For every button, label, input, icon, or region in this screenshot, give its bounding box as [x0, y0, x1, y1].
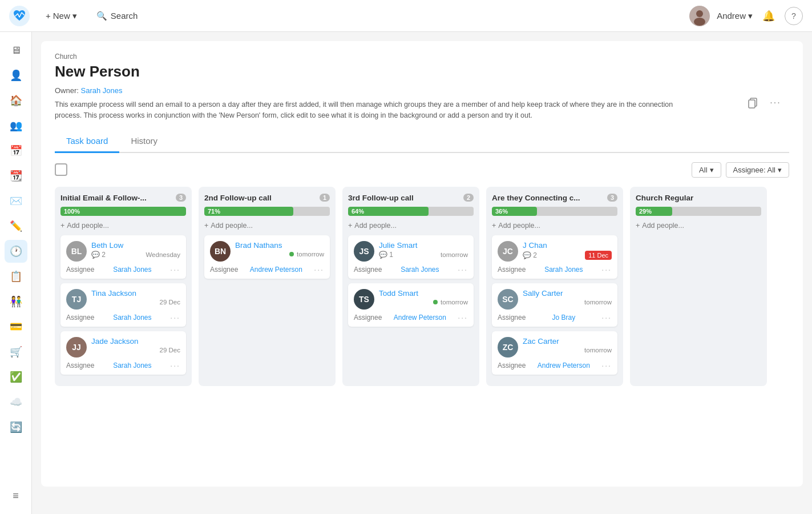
card-assignee-card-tina[interactable]: Sarah Jones [113, 314, 151, 322]
progress-label-col3: 64% [352, 208, 364, 215]
kanban-card-card-julie: JS Julie Smart 💬 1 tomorrow Assignee Sar… [348, 235, 474, 279]
kanban-col-col2: 2nd Follow-up call171%+ Add people... BN… [199, 187, 336, 386]
card-name-card-tina[interactable]: Tina Jackson [91, 289, 180, 298]
card-footer-card-sally: Assignee Jo Bray ··· [498, 313, 612, 322]
search-button[interactable]: 🔍 Search [88, 7, 146, 25]
card-date-wrap-card-sally: tomorrow [584, 299, 612, 306]
filter-assignee-button[interactable]: Assignee: All ▾ [726, 162, 789, 178]
sidebar-item-menu[interactable]: ≡ [5, 484, 27, 507]
card-menu-card-todd[interactable]: ··· [458, 313, 468, 322]
sidebar-item-history[interactable]: 🕐 [5, 240, 27, 263]
card-name-card-zac[interactable]: Zac Carter [523, 337, 612, 346]
search-icon: 🔍 [96, 11, 107, 21]
tab-history[interactable]: History [119, 130, 169, 153]
card-menu-card-jade[interactable]: ··· [170, 361, 180, 370]
card-date-card-jchan: 11 Dec [585, 251, 612, 260]
sidebar-item-refresh[interactable]: 🔄 [5, 416, 27, 439]
card-avatar-card-beth: BL [66, 241, 87, 262]
card-name-card-brad[interactable]: Brad Nathans [235, 241, 324, 250]
select-all-checkbox[interactable] [55, 163, 67, 176]
card-assignee-card-jchan[interactable]: Sarah Jones [544, 266, 583, 274]
card-assignee-card-brad[interactable]: Andrew Peterson [250, 266, 302, 274]
card-comments-card-jchan: 💬 2 [523, 251, 537, 259]
new-button[interactable]: + New ▾ [39, 7, 84, 25]
sidebar-item-home[interactable]: 🏠 [5, 89, 27, 112]
card-assignee-card-beth[interactable]: Sarah Jones [113, 266, 151, 274]
card-assignee-card-sally[interactable]: Jo Bray [552, 314, 576, 322]
avatar[interactable] [689, 6, 710, 26]
username-button[interactable]: Andrew ▾ [717, 11, 753, 21]
sidebar-item-group[interactable]: 👫 [5, 290, 27, 313]
sidebar-item-checklist[interactable]: ✅ [5, 366, 27, 388]
tab-taskboard[interactable]: Task board [55, 130, 119, 153]
card-name-card-jchan[interactable]: J Chan [523, 241, 612, 250]
card-name-card-todd[interactable]: Todd Smart [379, 289, 468, 298]
plus-icon-col4: + [492, 222, 496, 230]
card-menu-card-beth[interactable]: ··· [170, 265, 180, 274]
card-name-card-sally[interactable]: Sally Carter [523, 289, 612, 298]
page-title: New Person [55, 63, 789, 81]
col-header-col4: Are they Connecting c...3 [492, 194, 617, 202]
sidebar-item-calendar2[interactable]: 📆 [5, 164, 27, 187]
card-avatar-card-julie: JS [354, 241, 374, 262]
card-top-card-tina: TJ Tina Jackson 29 Dec [66, 289, 180, 310]
card-menu-card-sally[interactable]: ··· [601, 313, 612, 322]
filter-assignee-chevron-icon: ▾ [778, 166, 782, 174]
sidebar-item-monitor[interactable]: 🖥 [5, 39, 27, 62]
kanban-card-card-jchan: JC J Chan 💬 2 11 Dec Assignee Sarah Jone… [492, 235, 617, 279]
copy-icon[interactable] [744, 94, 762, 112]
kanban-card-card-beth: BL Beth Low 💬 2 Wednesday Assignee Sarah… [60, 235, 186, 279]
progress-label-col5: 29% [639, 208, 652, 215]
new-chevron-icon: ▾ [72, 11, 77, 21]
sidebar-item-cloud[interactable]: ☁️ [5, 391, 27, 413]
main-content: ··· Church New Person Owner: Sarah Jones… [32, 32, 812, 514]
card-menu-card-julie[interactable]: ··· [458, 265, 468, 274]
card-info-card-zac: Zac Carter tomorrow [523, 337, 612, 354]
card-menu-card-zac[interactable]: ··· [601, 361, 612, 370]
card-assignee-card-julie[interactable]: Sarah Jones [401, 266, 439, 274]
sidebar-item-cart[interactable]: 🛒 [5, 340, 27, 363]
add-people-col2[interactable]: + Add people... [204, 220, 330, 231]
sidebar-item-card[interactable]: 💳 [5, 315, 27, 338]
card-date-wrap-card-julie: tomorrow [441, 251, 468, 258]
sidebar-item-edit[interactable]: ✏️ [5, 215, 27, 238]
sidebar-item-mail[interactable]: ✉️ [5, 190, 27, 212]
card-assignee-card-jade[interactable]: Sarah Jones [113, 362, 151, 370]
filter-assignee-label: Assignee: All [733, 166, 775, 174]
card-footer-card-tina: Assignee Sarah Jones ··· [66, 313, 180, 322]
app-logo[interactable] [9, 6, 30, 26]
card-menu-card-tina[interactable]: ··· [170, 313, 180, 322]
card-name-card-jade[interactable]: Jade Jackson [91, 337, 180, 346]
card-assignee-card-zac[interactable]: Andrew Peterson [538, 362, 590, 370]
card-menu-card-brad[interactable]: ··· [314, 265, 324, 274]
card-footer-card-brad: Assignee Andrew Peterson ··· [210, 265, 324, 274]
card-info-card-beth: Beth Low 💬 2 Wednesday [91, 241, 180, 259]
more-options-icon[interactable]: ··· [766, 94, 785, 112]
card-assignee-card-todd[interactable]: Andrew Peterson [394, 314, 446, 322]
help-button[interactable]: ? [785, 7, 803, 25]
card-top-card-brad: BN Brad Nathans tomorrow [210, 241, 324, 262]
card-name-card-julie[interactable]: Julie Smart [379, 241, 468, 250]
card-date-wrap-card-todd: tomorrow [433, 299, 468, 306]
add-people-col5[interactable]: + Add people... [636, 220, 761, 231]
sidebar-item-person[interactable]: 👤 [5, 64, 27, 87]
add-people-col4[interactable]: + Add people... [492, 220, 617, 231]
sidebar-item-people[interactable]: 👥 [5, 114, 27, 137]
owner-link[interactable]: Sarah Jones [81, 86, 123, 95]
progress-bar-col1: 100% [60, 207, 186, 216]
card-meta-card-beth: 💬 2 Wednesday [91, 251, 180, 259]
sidebar-item-clipboard[interactable]: 📋 [5, 265, 27, 288]
card-top-card-jchan: JC J Chan 💬 2 11 Dec [498, 241, 612, 262]
filter-all-button[interactable]: All ▾ [692, 162, 721, 178]
add-people-col1[interactable]: + Add people... [60, 220, 186, 231]
col-header-col2: 2nd Follow-up call1 [204, 194, 330, 202]
username-label: Andrew [717, 11, 746, 21]
sidebar-item-calendar[interactable]: 📅 [5, 139, 27, 162]
tabs: Task board History [55, 130, 789, 153]
notifications-button[interactable]: 🔔 [760, 7, 778, 25]
add-people-col3[interactable]: + Add people... [348, 220, 474, 231]
card-name-card-beth[interactable]: Beth Low [91, 241, 180, 250]
new-label: New [53, 11, 70, 21]
card-menu-card-jchan[interactable]: ··· [601, 265, 612, 274]
card-top-card-jade: JJ Jade Jackson 29 Dec [66, 337, 180, 358]
